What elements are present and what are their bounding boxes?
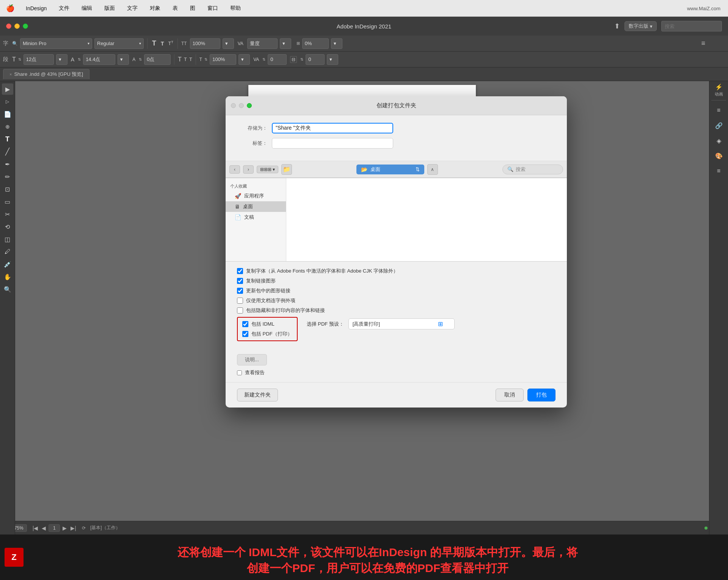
horizontal-scale-unit[interactable]: ▾ xyxy=(223,38,234,49)
minimize-button[interactable] xyxy=(14,24,20,29)
search-field[interactable]: 🔍 搜索 xyxy=(502,165,563,174)
rectangle-tool[interactable]: ▭ xyxy=(2,196,13,207)
eyedropper-tool[interactable]: 💉 xyxy=(2,259,13,270)
pencil-tool[interactable]: ✏ xyxy=(2,171,13,182)
pen-tool[interactable]: ✒ xyxy=(2,158,13,170)
forward-button[interactable]: › xyxy=(243,165,254,174)
scissors-tool[interactable]: ✂ xyxy=(2,208,13,220)
view-report-checkbox[interactable] xyxy=(237,370,242,375)
kerning-input[interactable]: 量度 xyxy=(247,38,278,49)
options-section: 复制字体（从 Adobe Fonts 中激活的字体和非 Adobe CJK 字体… xyxy=(226,262,567,382)
new-folder-small-button[interactable]: 📁 xyxy=(281,164,292,175)
toolbar-settings-icon[interactable]: ≡ xyxy=(701,39,705,47)
tags-input[interactable] xyxy=(272,138,393,149)
text-style-3[interactable]: T xyxy=(189,56,192,62)
tracking-input[interactable]: 0% xyxy=(302,38,329,49)
font-name-dropdown[interactable]: Minion Pro ▾ xyxy=(20,38,92,49)
free-transform-tool[interactable]: ⟲ xyxy=(2,221,13,232)
view-mode-button[interactable]: ⊞⊞⊞ ▾ xyxy=(257,166,278,173)
font-style-dropdown[interactable]: Regular ▾ xyxy=(94,38,144,49)
menu-file[interactable]: 文件 xyxy=(56,4,72,13)
type-tool[interactable]: T xyxy=(2,133,13,145)
text-style-2[interactable]: T xyxy=(184,56,187,62)
package-button[interactable]: 打包 xyxy=(527,389,555,401)
vscale-unit[interactable]: ▾ xyxy=(238,54,250,65)
animation-panel-btn[interactable]: ⚡ 动画 xyxy=(712,83,726,97)
hand-tool[interactable]: ✋ xyxy=(2,271,13,282)
swatches-panel-btn[interactable]: 🎨 xyxy=(712,149,726,163)
menu-help[interactable]: 帮助 xyxy=(228,4,243,13)
cancel-button[interactable]: 取消 xyxy=(496,389,524,401)
leading-unit[interactable]: ▾ xyxy=(118,54,129,65)
update-links-checkbox[interactable] xyxy=(237,288,243,294)
line-tool[interactable]: ╱ xyxy=(2,146,13,157)
sidebar-item-desktop[interactable]: 🖥 桌面 xyxy=(226,201,286,212)
sidebar-item-apps[interactable]: 🚀 应用程序 xyxy=(226,191,286,201)
dialog-minimize-btn[interactable] xyxy=(239,103,244,108)
include-pdf-checkbox[interactable] xyxy=(242,331,248,337)
location-dropdown[interactable]: 📂 桌面 ⇅ xyxy=(356,165,424,174)
menu-window[interactable]: 窗口 xyxy=(205,4,220,13)
instructions-button[interactable]: 说明... xyxy=(237,354,267,365)
dialog-maximize-btn[interactable] xyxy=(247,103,252,108)
close-button[interactable] xyxy=(6,24,11,29)
zoom-tool[interactable]: 🔍 xyxy=(2,284,13,295)
selection-tool[interactable]: ▶ xyxy=(2,83,13,95)
direct-selection-tool[interactable]: ▷ xyxy=(2,96,13,107)
vscale-input[interactable]: 100% xyxy=(210,54,236,65)
menu-view[interactable]: 图 xyxy=(188,4,198,13)
gradient-tool[interactable]: ◫ xyxy=(2,234,13,245)
tracking-unit[interactable]: ▾ xyxy=(331,38,342,49)
baseline-input[interactable]: 0 xyxy=(306,54,325,65)
menu-table[interactable]: 表 xyxy=(170,4,180,13)
pdf-preset-dropdown[interactable]: [高质量打印] ⊞ xyxy=(348,318,455,329)
links-panel-btn[interactable]: 🔗 xyxy=(712,119,726,132)
search-input[interactable] xyxy=(661,21,722,31)
menu-edit[interactable]: 编辑 xyxy=(79,4,94,13)
menu-layout[interactable]: 版面 xyxy=(102,4,117,13)
menu-object[interactable]: 对象 xyxy=(147,4,163,13)
copy-fonts-checkbox[interactable] xyxy=(237,268,243,274)
rectangle-frame-tool[interactable]: ⊡ xyxy=(2,183,13,195)
leading-input[interactable]: 14.4点 xyxy=(83,54,115,65)
back-button[interactable]: ‹ xyxy=(229,165,240,174)
new-folder-button[interactable]: 新建文件夹 xyxy=(237,389,278,401)
font-size-unit[interactable]: ▾ xyxy=(56,54,67,65)
font-superscript-icon[interactable]: TT xyxy=(168,40,173,46)
maximize-button[interactable] xyxy=(23,24,28,29)
text-style-1[interactable]: T xyxy=(178,56,182,63)
font-size-input[interactable]: 12点 xyxy=(24,54,54,65)
canvas-area: ▶ ▷ 📄 ⊕ T ╱ ✒ ✏ ⊡ ▭ ✂ ⟲ ◫ 🖊 💉 ✋ 🔍 ⚡ 动画 xyxy=(0,81,728,535)
horizontal-scale-input[interactable]: 100% xyxy=(190,38,220,49)
pages-panel-btn[interactable]: ≡ xyxy=(712,164,726,178)
properties-panel-btn[interactable]: ≡ xyxy=(712,103,726,117)
digital-pub-button[interactable]: 数字出版 ▾ xyxy=(624,21,657,31)
new-folder-icon: 📁 xyxy=(283,166,290,173)
save-as-input[interactable] xyxy=(272,123,393,133)
layers-panel-btn[interactable]: ◈ xyxy=(712,134,726,147)
file-list[interactable] xyxy=(286,178,567,261)
menu-indesign[interactable]: InDesign xyxy=(24,5,49,12)
font-larger-icon[interactable]: T xyxy=(151,39,157,47)
tab-close-icon[interactable]: × xyxy=(9,72,12,77)
gap-tool[interactable]: ⊕ xyxy=(2,121,13,132)
page-tool[interactable]: 📄 xyxy=(2,108,13,120)
apple-icon[interactable]: 🍎 xyxy=(6,4,14,13)
dialog-close-btn[interactable] xyxy=(231,103,236,108)
char-spacing-input[interactable]: 0点 xyxy=(144,54,171,65)
note-tool[interactable]: 🖊 xyxy=(2,246,13,257)
font-smaller-icon[interactable]: T xyxy=(160,41,165,47)
expand-button[interactable]: ∧ xyxy=(427,164,438,175)
menu-type[interactable]: 文字 xyxy=(125,4,140,13)
include-idml-checkbox[interactable] xyxy=(242,321,248,327)
hidden-content-checkbox[interactable] xyxy=(237,307,243,314)
kerning-unit[interactable]: ▾ xyxy=(280,38,291,49)
share-button[interactable]: ⬆ xyxy=(614,22,620,30)
baseline-unit[interactable]: ▾ xyxy=(327,54,338,65)
copy-graphics-checkbox[interactable] xyxy=(237,278,243,284)
sidebar-item-documents[interactable]: 📄 文稿 xyxy=(226,212,286,223)
highlighted-box: 包括 IDML 包括 PDF（打印） xyxy=(237,317,298,341)
hyphenation-checkbox[interactable] xyxy=(237,298,243,304)
document-tab[interactable]: × Share .indd @ 43% [GPU 预览] xyxy=(3,69,89,79)
va-input[interactable]: 0 xyxy=(268,54,287,65)
